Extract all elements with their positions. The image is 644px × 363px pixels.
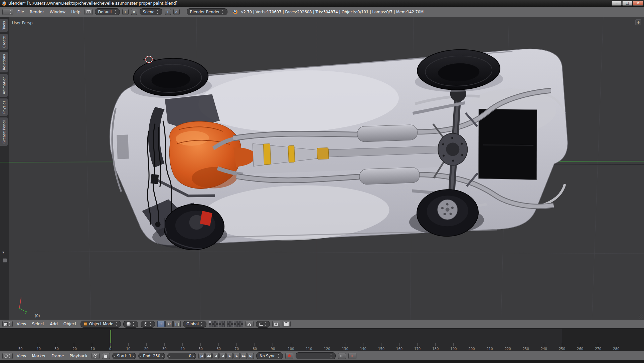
- layer-toggle-10[interactable]: [240, 321, 243, 324]
- layer-toggle-12[interactable]: [212, 324, 215, 327]
- timeline-editor-selector[interactable]: [2, 353, 13, 359]
- window-titlebar[interactable]: Blender* [C:\Users\Owner\Desktop\chevell…: [0, 0, 644, 7]
- menu-window[interactable]: Window: [48, 9, 67, 15]
- jump-to-end-button[interactable]: ▶|: [248, 353, 254, 359]
- info-editor-selector[interactable]: [2, 9, 13, 15]
- key-delete-icon: [351, 355, 353, 357]
- layer-toggle-16[interactable]: [227, 324, 230, 327]
- frame-tick-label: 90: [271, 347, 275, 351]
- jump-to-start-button[interactable]: |◀: [198, 353, 205, 359]
- layer-toggle-20[interactable]: [240, 324, 243, 327]
- tool-tab-relations[interactable]: Relations: [0, 51, 8, 73]
- tool-tab-animation[interactable]: Animation: [0, 74, 8, 97]
- layer-toggle-11[interactable]: [209, 324, 211, 327]
- layer-toggle-4[interactable]: [219, 321, 221, 324]
- delete-keyframe-button[interactable]: [348, 353, 356, 359]
- layer-toggle-8[interactable]: [234, 321, 236, 324]
- snap-element-dropdown[interactable]: [256, 321, 270, 328]
- menu-view[interactable]: View: [15, 353, 28, 359]
- scale-manipulator-button[interactable]: □: [173, 321, 181, 327]
- menu-object[interactable]: Object: [62, 321, 78, 327]
- layer-toggle-3[interactable]: [215, 321, 218, 324]
- screen-layout-icon-button[interactable]: [85, 9, 93, 15]
- play-button[interactable]: ▶: [226, 353, 233, 359]
- frame-tick-mark: [363, 343, 363, 346]
- next-frame-button[interactable]: ▶: [233, 353, 240, 359]
- 3d-viewport[interactable]: ToolsCreateRelationsAnimationPhysicsGrea…: [0, 17, 644, 320]
- use-preview-range-button[interactable]: [92, 353, 100, 359]
- menu-file[interactable]: File: [16, 9, 26, 15]
- layer-toggle-5[interactable]: [222, 321, 225, 324]
- add-scene-button[interactable]: +: [165, 9, 171, 15]
- car-model[interactable]: [107, 45, 571, 253]
- rotate-manipulator-button[interactable]: ↻: [165, 321, 173, 327]
- 3d-scene[interactable]: [0, 17, 644, 320]
- layer-toggle-1[interactable]: [209, 321, 211, 324]
- end-frame-field[interactable]: End: 250: [138, 353, 165, 359]
- region-resize-grip[interactable]: [639, 314, 643, 319]
- screen-layout-dropdown[interactable]: Default: [95, 8, 120, 15]
- menu-playback[interactable]: Playback: [68, 353, 89, 359]
- frame-tick-mark: [164, 343, 165, 346]
- transform-orientation-dropdown[interactable]: Global: [183, 321, 206, 328]
- delete-scene-button[interactable]: ×: [173, 9, 180, 15]
- properties-region-toggle[interactable]: +: [635, 19, 641, 25]
- menu-select[interactable]: Select: [30, 321, 46, 327]
- menu-view[interactable]: View: [15, 321, 28, 327]
- sync-mode-dropdown[interactable]: No Sync: [256, 352, 283, 359]
- opengl-render-anim-button[interactable]: [283, 321, 291, 327]
- viewport-editor-selector[interactable]: [2, 321, 13, 327]
- snap-toggle-button[interactable]: [246, 321, 254, 327]
- layer-toggle-13[interactable]: [215, 324, 218, 327]
- tool-tab-create[interactable]: Create: [0, 33, 8, 50]
- mode-dropdown[interactable]: Object Mode: [80, 321, 121, 328]
- frame-indicator: (0): [35, 314, 40, 318]
- menu-add[interactable]: Add: [48, 321, 59, 327]
- layer-toggle-14[interactable]: [219, 324, 221, 327]
- screen-layout-value: Default: [98, 10, 112, 14]
- layer-toggle-18[interactable]: [234, 324, 236, 327]
- play-reverse-button[interactable]: ◀: [219, 353, 226, 359]
- minimize-button[interactable]: −: [612, 1, 622, 6]
- auto-keyframe-record-button[interactable]: [285, 353, 293, 359]
- lock-playhead-button[interactable]: [102, 353, 110, 359]
- mini-axis-gizmo[interactable]: y: [15, 296, 30, 314]
- layer-toggle-7[interactable]: [230, 321, 233, 324]
- layer-toggle-19[interactable]: [237, 324, 240, 327]
- jump-next-keyframe-button[interactable]: ▶▶: [240, 353, 247, 359]
- keying-set-dropdown[interactable]: [296, 352, 336, 359]
- menu-render[interactable]: Render: [28, 9, 46, 15]
- layer-toggle-2[interactable]: [212, 321, 215, 324]
- tool-tab-grease-pencil[interactable]: Grease Pencil: [0, 117, 8, 146]
- frame-tick-mark: [56, 343, 56, 346]
- menu-marker[interactable]: Marker: [30, 353, 47, 359]
- close-button[interactable]: ×: [633, 1, 643, 6]
- chevron-down-icon[interactable]: ▾: [2, 250, 4, 255]
- layer-toggle-6[interactable]: [227, 321, 230, 324]
- timeline-ruler[interactable]: -50-40-30-20-100102030405060708090100110…: [0, 328, 644, 351]
- layer-toggle-9[interactable]: [237, 321, 240, 324]
- layer-toggle-15[interactable]: [222, 324, 225, 327]
- jump-prev-keyframe-button[interactable]: ◀◀: [205, 353, 212, 359]
- start-frame-field[interactable]: Start: 1: [112, 353, 136, 359]
- translate-manipulator-button[interactable]: +: [157, 321, 165, 327]
- toolshelf-tab-box[interactable]: [3, 258, 7, 263]
- add-layout-button[interactable]: +: [122, 9, 129, 15]
- prev-frame-button[interactable]: ◀: [212, 353, 219, 359]
- pivot-center-dropdown[interactable]: [141, 321, 155, 328]
- current-frame-field[interactable]: 0: [167, 353, 196, 359]
- scene-dropdown[interactable]: Scene: [140, 8, 162, 15]
- tool-tab-tools[interactable]: Tools: [0, 18, 8, 32]
- frame-tick-label: 200: [468, 347, 475, 351]
- menu-frame[interactable]: Frame: [50, 353, 65, 359]
- viewport-shading-dropdown[interactable]: [123, 321, 138, 328]
- render-engine-dropdown[interactable]: Blender Render: [187, 8, 227, 15]
- menu-help[interactable]: Help: [69, 9, 82, 15]
- maximize-button[interactable]: □: [622, 1, 632, 6]
- delete-layout-button[interactable]: ×: [131, 9, 137, 15]
- insert-keyframe-button[interactable]: [338, 353, 346, 359]
- layer-toggle-17[interactable]: [230, 324, 233, 327]
- tool-tab-physics[interactable]: Physics: [0, 98, 8, 116]
- opengl-render-button[interactable]: [272, 321, 280, 327]
- info-header: File Render Window Help Default + × Scen…: [0, 7, 644, 17]
